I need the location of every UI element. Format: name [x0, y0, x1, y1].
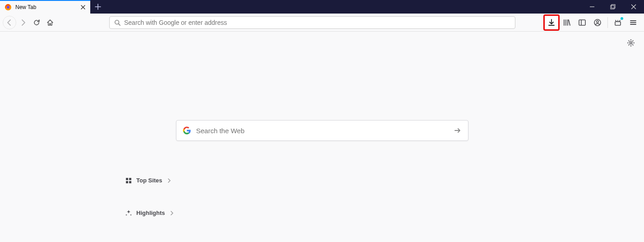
reload-button[interactable]: [30, 16, 43, 29]
close-window-button[interactable]: [623, 0, 644, 14]
firefox-icon: [5, 4, 12, 11]
chevron-right-icon: [170, 211, 174, 215]
svg-rect-2: [611, 5, 614, 9]
customize-gear-button[interactable]: [627, 39, 635, 47]
newtab-content: Top Sites Highlights: [0, 32, 644, 242]
svg-point-7: [597, 20, 599, 23]
svg-rect-13: [129, 181, 131, 183]
url-bar[interactable]: [109, 16, 515, 29]
sparkle-icon: [125, 210, 132, 216]
maximize-button[interactable]: [602, 0, 623, 14]
web-search-input[interactable]: [196, 127, 448, 135]
forward-button[interactable]: [16, 16, 30, 29]
window-controls: [582, 0, 644, 14]
top-sites-label: Top Sites: [136, 177, 162, 184]
web-search-box[interactable]: [176, 120, 468, 141]
new-tab-button[interactable]: [90, 0, 106, 14]
titlebar-spacer: [106, 0, 582, 14]
tab-title: New Tab: [15, 4, 77, 10]
url-input[interactable]: [124, 19, 510, 26]
whats-new-button[interactable]: [611, 15, 625, 30]
close-tab-icon[interactable]: [80, 5, 86, 10]
minimize-button[interactable]: [582, 0, 602, 14]
grid-icon: [125, 177, 132, 184]
svg-rect-11: [129, 178, 131, 180]
downloads-button[interactable]: [544, 15, 559, 30]
notification-dot-icon: [621, 17, 623, 20]
app-menu-button[interactable]: [626, 15, 640, 30]
highlights-label: Highlights: [136, 209, 165, 216]
svg-rect-12: [126, 181, 128, 183]
home-button[interactable]: [43, 16, 57, 29]
svg-rect-5: [579, 20, 585, 25]
search-icon: [114, 19, 120, 26]
top-sites-section[interactable]: Top Sites: [125, 177, 171, 184]
library-button[interactable]: [560, 15, 574, 30]
back-button[interactable]: [3, 16, 16, 29]
google-icon: [183, 126, 191, 135]
svg-point-9: [630, 42, 632, 44]
sidebar-button[interactable]: [575, 15, 589, 30]
account-button[interactable]: [590, 15, 605, 30]
svg-point-1: [7, 6, 9, 9]
highlights-section[interactable]: Highlights: [125, 209, 174, 216]
svg-rect-10: [126, 178, 128, 180]
chevron-right-icon: [167, 178, 171, 183]
search-submit-icon[interactable]: [454, 126, 462, 135]
toolbar-separator: [607, 17, 608, 28]
browser-tab[interactable]: New Tab: [0, 0, 90, 14]
toolbar: [0, 14, 644, 32]
titlebar: New Tab: [0, 0, 644, 14]
svg-rect-8: [615, 22, 621, 25]
toolbar-right: [544, 15, 641, 30]
svg-rect-3: [612, 5, 615, 8]
